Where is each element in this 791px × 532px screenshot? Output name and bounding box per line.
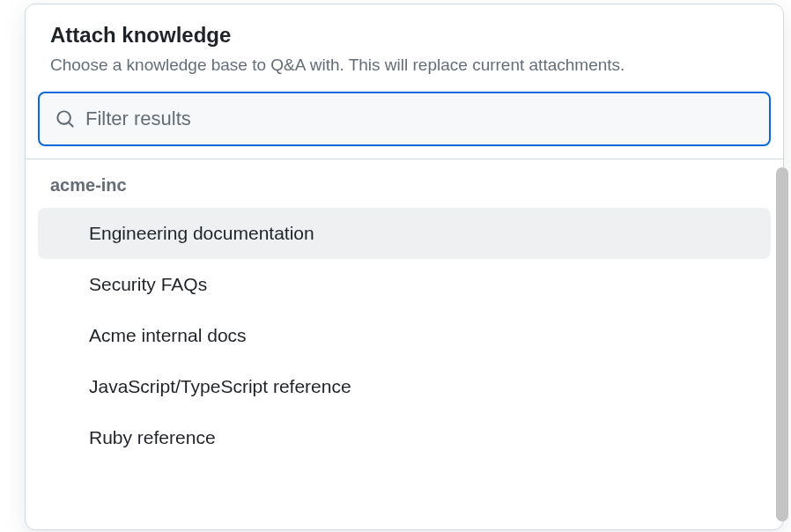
kb-item-label: Ruby reference xyxy=(89,427,216,448)
search-box[interactable] xyxy=(38,92,771,146)
search-icon xyxy=(55,109,75,129)
filter-input[interactable] xyxy=(85,107,753,130)
kb-item-label: Engineering documentation xyxy=(89,223,314,244)
kb-item-acme-internal-docs[interactable]: Acme internal docs xyxy=(38,310,771,361)
dialog-title: Attach knowledge xyxy=(50,22,758,48)
kb-item-js-ts-reference[interactable]: JavaScript/TypeScript reference xyxy=(38,361,771,412)
kb-item-label: Acme internal docs xyxy=(89,325,247,346)
results-list: acme-inc Engineering documentation Secur… xyxy=(26,159,783,476)
dialog-header: Attach knowledge Choose a knowledge base… xyxy=(26,4,783,92)
attach-knowledge-dialog: Attach knowledge Choose a knowledge base… xyxy=(25,4,784,530)
group-label: acme-inc xyxy=(38,175,771,208)
kb-item-label: Security FAQs xyxy=(89,274,207,295)
kb-item-engineering-documentation[interactable]: Engineering documentation xyxy=(38,208,771,259)
results-scroll[interactable]: acme-inc Engineering documentation Secur… xyxy=(26,159,783,529)
dialog-subtitle: Choose a knowledge base to Q&A with. Thi… xyxy=(50,54,758,78)
scrollbar-thumb[interactable] xyxy=(776,167,788,521)
scrollbar-track[interactable] xyxy=(775,167,791,528)
kb-item-ruby-reference[interactable]: Ruby reference xyxy=(38,412,771,463)
kb-item-security-faqs[interactable]: Security FAQs xyxy=(38,259,771,310)
search-wrapper xyxy=(26,92,783,159)
kb-item-label: JavaScript/TypeScript reference xyxy=(89,376,351,397)
